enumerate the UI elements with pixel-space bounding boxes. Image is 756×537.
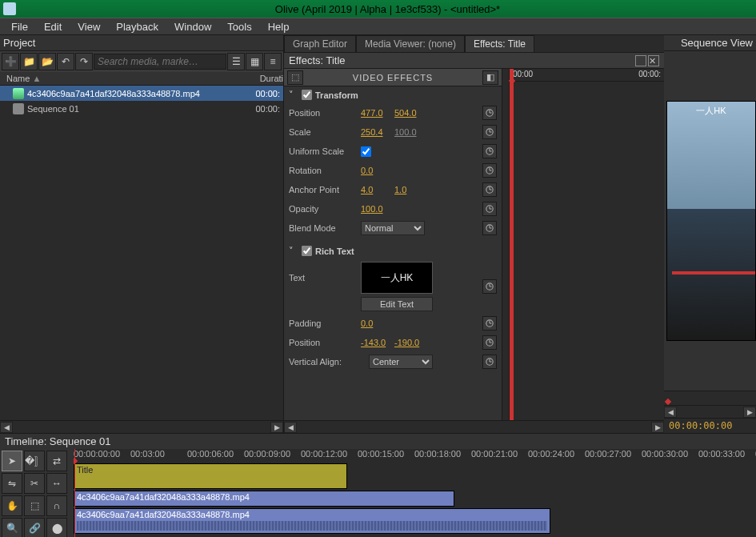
menu-tools[interactable]: Tools <box>219 19 259 34</box>
keyframe-button[interactable] <box>482 106 497 120</box>
rt-position-y[interactable]: -190.0 <box>394 338 428 347</box>
keyframe-button[interactable] <box>482 144 497 158</box>
menu-edit[interactable]: Edit <box>36 19 70 34</box>
scroll-right-icon[interactable]: ▶ <box>270 422 283 433</box>
keyframe-button[interactable] <box>482 125 497 139</box>
timeline-tracks[interactable]: 00:00:00:0000:03:0000:00:06:0000:00:09:0… <box>74 449 756 537</box>
keyframe-button[interactable] <box>482 316 497 331</box>
effects-vscroll[interactable] <box>502 69 510 420</box>
richtext-enable-checkbox[interactable] <box>302 246 312 256</box>
scroll-right-icon[interactable]: ▶ <box>651 422 664 433</box>
timeline-playhead[interactable] <box>74 449 75 537</box>
open-button[interactable]: 📂 <box>38 53 56 70</box>
undo-button[interactable]: ↶ <box>57 53 74 70</box>
scroll-left-icon[interactable]: ◀ <box>0 422 13 433</box>
clip-title[interactable]: Title <box>74 463 347 489</box>
preview-red-line <box>672 271 756 275</box>
keyframe-button[interactable] <box>482 163 497 178</box>
position-y[interactable]: 504.0 <box>394 108 428 118</box>
menu-playback[interactable]: Playback <box>108 19 166 34</box>
menu-file[interactable]: File <box>3 19 36 34</box>
scroll-left-icon[interactable]: ◀ <box>664 407 677 418</box>
add-effect-button[interactable]: ⬚ <box>287 70 303 85</box>
transition-tool[interactable]: ⬚ <box>24 495 45 516</box>
playhead-icon[interactable] <box>665 399 671 405</box>
folder-button[interactable]: 📁 <box>20 53 38 70</box>
effects-timeline[interactable]: 00:00 00:00: <box>510 69 664 420</box>
tab-media-viewer[interactable]: Media Viewer: (none) <box>356 35 465 52</box>
keyframe-button[interactable] <box>482 355 497 369</box>
link-button[interactable]: 🔗 <box>24 518 45 537</box>
tree-view-button[interactable]: ☰ <box>227 53 245 70</box>
slip-tool[interactable]: ↔ <box>46 473 67 494</box>
project-hscroll[interactable]: ◀ ▶ <box>0 420 283 433</box>
col-name[interactable]: Name ▲ <box>0 74 243 83</box>
pointer-tool[interactable]: ➤ <box>2 451 22 471</box>
menu-view[interactable]: View <box>70 19 108 34</box>
project-item-video[interactable]: 4c3406c9aa7a41daf32048a333a48878.mp4 00:… <box>0 86 283 101</box>
effects-hscroll[interactable]: ◀ ▶ <box>284 420 664 433</box>
ripple-tool[interactable]: ⇄ <box>46 451 67 471</box>
keyframe-button[interactable] <box>482 221 497 235</box>
rt-position-x[interactable]: -143.0 <box>361 338 394 347</box>
menu-window[interactable]: Window <box>166 19 219 34</box>
hand-tool[interactable]: ✋ <box>2 495 22 516</box>
project-item-sequence[interactable]: Sequence 01 00:00: <box>0 101 283 116</box>
undock-icon[interactable] <box>635 55 646 66</box>
viewer-title: Sequence View <box>664 35 756 51</box>
transform-enable-checkbox[interactable] <box>302 90 312 100</box>
keyframe-button[interactable] <box>482 335 497 350</box>
scroll-right-icon[interactable]: ▶ <box>743 407 756 418</box>
clip-video-2[interactable]: 4c3406c9aa7a41daf32048a333a48878.mp4 <box>74 508 550 534</box>
valign-select[interactable]: Center <box>369 355 433 369</box>
padding[interactable]: 0.0 <box>361 319 394 328</box>
rotation[interactable]: 0.0 <box>361 166 394 175</box>
uniform-scale-checkbox[interactable] <box>361 146 371 157</box>
razor-tool[interactable]: ✂ <box>24 473 45 494</box>
preview-frame: 一人HK <box>666 101 756 341</box>
sequence-preview[interactable]: 一人HK <box>664 51 756 391</box>
viewer-ruler[interactable] <box>664 391 756 405</box>
group-rich-text[interactable]: ˅ Rich Text <box>284 242 502 259</box>
close-panel-icon[interactable]: ✕ <box>648 55 659 66</box>
timeline-ruler[interactable]: 00:00:00:0000:03:0000:00:06:0000:00:09:0… <box>74 449 756 462</box>
effect-menu-button[interactable]: ◧ <box>482 70 498 85</box>
scale-y[interactable]: 100.0 <box>394 127 428 137</box>
redo-button[interactable]: ↷ <box>75 53 93 70</box>
clip-video-1[interactable]: 4c3406c9aa7a41daf32048a333a48878.mp4 <box>74 491 454 507</box>
keyframe-button[interactable] <box>482 279 497 294</box>
snapping-button[interactable]: ∩ <box>46 495 67 516</box>
chevron-down-icon[interactable]: ˅ <box>289 246 298 256</box>
sequence-icon <box>13 103 24 114</box>
keyframe-button[interactable] <box>482 202 497 216</box>
edit-text-button[interactable]: Edit Text <box>361 297 433 311</box>
menu-help[interactable]: Help <box>260 19 298 34</box>
tab-graph-editor[interactable]: Graph Editor <box>284 35 356 52</box>
anchor-y[interactable]: 1.0 <box>394 185 428 194</box>
list-view-button[interactable]: ≡ <box>264 53 282 70</box>
ruler-time-0: 00:00 <box>513 70 533 78</box>
zoom-tool[interactable]: 🔍 <box>2 518 22 537</box>
icon-view-button[interactable]: ▦ <box>246 53 263 70</box>
new-button[interactable]: ➕ <box>2 53 19 70</box>
ruler-time-1: 00:00: <box>638 70 661 78</box>
search-input[interactable] <box>94 54 226 70</box>
edit-tool[interactable]: �〛 <box>24 451 45 471</box>
viewer-hscroll[interactable]: ◀ ▶ <box>664 405 756 418</box>
position-x[interactable]: 477.0 <box>361 108 394 118</box>
anchor-x[interactable]: 4.0 <box>361 185 394 194</box>
group-transform[interactable]: ˅ Transform <box>284 86 502 103</box>
opacity[interactable]: 100.0 <box>361 204 394 214</box>
record-button[interactable]: ⬤ <box>46 518 67 537</box>
rolling-tool[interactable]: ⇋ <box>2 473 22 494</box>
tab-effects-title[interactable]: Effects: Title <box>465 35 534 52</box>
timeline-toolbox: ➤ �〛 ⇄ ⇋ ✂ ↔ ✋ ⬚ ∩ 🔍 🔗 ⬤ <box>0 449 74 537</box>
project-panel-title: Project <box>0 35 283 51</box>
project-file-list: 4c3406c9aa7a41daf32048a333a48878.mp4 00:… <box>0 86 283 420</box>
scale-x[interactable]: 250.4 <box>361 127 394 137</box>
chevron-down-icon[interactable]: ˅ <box>289 90 298 100</box>
col-duration[interactable]: Durati <box>243 74 283 83</box>
blend-mode-select[interactable]: Normal <box>361 221 425 235</box>
keyframe-button[interactable] <box>482 182 497 197</box>
scroll-left-icon[interactable]: ◀ <box>284 422 297 433</box>
